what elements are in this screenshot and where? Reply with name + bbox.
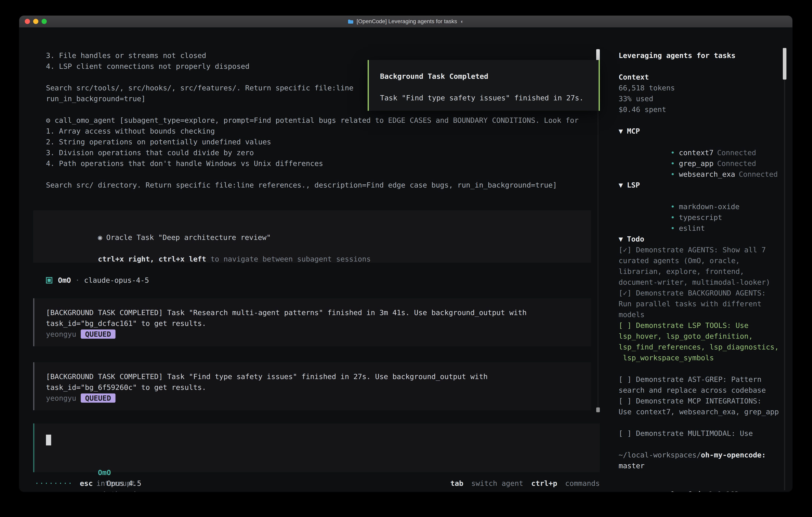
session-status-icon: ◐ — [461, 16, 464, 27]
message-text-line: task_id="bg_6f59260c" to get results. — [46, 382, 591, 393]
chevron-down-icon: ▼ — [618, 235, 623, 243]
terminal-window: [OpenCode] Leveraging agents for tasks ◐… — [19, 16, 792, 492]
todo-heading: Todo — [627, 235, 644, 243]
record-icon: ◉ — [98, 233, 102, 242]
mcp-name: context7 — [679, 148, 714, 157]
oracle-task-label: Oracle Task "Deep architecture review" — [106, 233, 271, 242]
bullet-icon: • — [670, 148, 675, 157]
todo-item: [ ] Demonstrate MCP INTEGRATIONS: Use co… — [618, 396, 783, 417]
todo-section: ▼Todo [✓] Demonstrate AGENTS: Show all 7… — [618, 234, 783, 439]
log-line — [46, 169, 600, 180]
agent-icon — [46, 277, 52, 283]
log-line: 3. File handles or streams not closed — [46, 50, 600, 61]
lsp-name: markdown-oxide — [679, 202, 740, 211]
commands-key-label: commands — [565, 479, 600, 487]
agent-model: claude-opus-4-5 — [84, 275, 149, 285]
bullet-icon: • — [670, 224, 675, 232]
mcp-section: ▼MCP •context7Connected •grep_appConnect… — [618, 126, 783, 169]
tool-call-line: ⚙ call_omo_agent [subagent_type=explore,… — [46, 115, 600, 126]
background-task-message: [BACKGROUND TASK COMPLETED] Task "Find t… — [33, 362, 591, 410]
message-author: yeongyu — [46, 329, 76, 339]
message-text-line: task_id="bg_dcfac161" to get results. — [46, 318, 591, 329]
chevron-down-icon: ▼ — [618, 181, 623, 189]
todo-item: [✓] Demonstrate AGENTS: Show all 7 curat… — [618, 244, 783, 288]
app-name: OpenCode — [670, 490, 705, 492]
toast-notification: Background Task Completed Task "Find typ… — [368, 60, 600, 111]
mcp-heading: MCP — [627, 127, 640, 135]
mcp-name: grep_app — [679, 159, 714, 167]
provider-label: Anthropic — [102, 490, 141, 492]
log-line: 3. Division operations that could divide… — [46, 147, 600, 158]
window-titlebar[interactable]: [OpenCode] Leveraging agents for tasks ◐ — [19, 16, 792, 28]
todo-item: [ ] Demonstrate MULTIMODAL: Use — [618, 428, 783, 439]
session-title: Leveraging agents for tasks — [618, 50, 783, 61]
bullet-icon: • — [670, 170, 675, 178]
folder-icon — [348, 19, 354, 24]
context-section: Context 66,518 tokens 33% used $0.46 spe… — [618, 72, 783, 115]
todo-section-header: ▼Todo — [618, 234, 783, 244]
context-heading: Context — [618, 72, 783, 82]
log-line: 1. Array access without bounds checking — [46, 126, 600, 136]
active-agent-label: OmO — [98, 468, 111, 477]
terminal-content: 3. File handles or streams not closed 4.… — [19, 27, 792, 492]
sidebar: Leveraging agents for tasks Context 66,5… — [618, 50, 783, 489]
mcp-item: •context7Connected — [618, 136, 783, 147]
todo-item: [✓] Demonstrate BACKGROUND AGENTS: Run p… — [618, 288, 783, 320]
chat-scrollbar-thumb-secondary[interactable] — [596, 407, 600, 412]
bullet-icon: • — [662, 490, 666, 492]
sidebar-scrollbar-track — [784, 48, 785, 490]
workspace-repo: oh-my-opencode: — [701, 451, 766, 459]
window-title-text: [OpenCode] Leveraging agents for tasks — [357, 16, 457, 27]
mcp-status: Connected — [717, 159, 756, 167]
lsp-name: typescript — [679, 213, 722, 221]
mcp-status: Connected — [717, 148, 756, 157]
chat-column: 3. File handles or streams not closed 4.… — [33, 50, 600, 489]
log-line: 2. String operations on potentially unde… — [46, 136, 600, 147]
bullet-icon: • — [670, 213, 675, 221]
background-task-message: [BACKGROUND TASK COMPLETED] Task "Resear… — [33, 298, 591, 346]
todo-item: [ ] Demonstrate LSP TOOLS: Use lsp_hover… — [618, 320, 783, 363]
bullet-icon: • — [670, 159, 675, 167]
lsp-name: eslint — [679, 224, 705, 232]
commands-hint-group: ctrl+p commands — [531, 478, 600, 489]
hint-keys: ctrl+x right, ctrl+x left — [98, 255, 206, 263]
commands-key-hint: ctrl+p — [531, 479, 557, 487]
tab-key-hint: tab — [451, 479, 463, 487]
context-tokens: 66,518 tokens — [618, 82, 783, 93]
status-bar-right: tab switch agent ctrl+p commands — [442, 478, 600, 489]
chevron-down-icon: ▼ — [618, 127, 623, 135]
oracle-task-title: ◉Oracle Task "Deep architecture review" — [46, 221, 591, 232]
prompt-input[interactable]: OmO Opus 4.5 Anthropic — [33, 424, 600, 472]
log-line: 4. Path operations that don't handle Win… — [46, 158, 600, 169]
toast-body: Task "Find type safety issues" finished … — [380, 92, 599, 103]
desktop: [OpenCode] Leveraging agents for tasks ◐… — [0, 0, 812, 517]
log-line: Search src/ directory. Return specific f… — [46, 180, 600, 190]
agent-session-header: OmO · claude-opus-4-5 — [46, 275, 600, 285]
sidebar-scrollbar-thumb[interactable] — [783, 48, 786, 80]
zoom-window-button[interactable] — [41, 19, 47, 24]
separator-dot: · — [75, 275, 80, 285]
context-used: 33% used — [618, 93, 783, 104]
message-text-line: [BACKGROUND TASK COMPLETED] Task "Find t… — [46, 371, 591, 382]
agent-name: OmO — [58, 275, 71, 285]
message-author: yeongyu — [46, 393, 76, 404]
context-spent: $0.46 spent — [618, 104, 783, 115]
queued-status-badge: QUEUED — [81, 393, 115, 403]
composer-meta: OmO Opus 4.5 Anthropic — [46, 456, 142, 467]
workspace-info: ~/local-workspaces/oh-my-opencode: maste… — [618, 450, 783, 471]
message-text-line: [BACKGROUND TASK COMPLETED] Task "Resear… — [46, 307, 591, 318]
app-version-footer: •OpenCode1.0.163 — [618, 478, 783, 489]
window-controls — [25, 19, 47, 24]
message-meta: yeongyu QUEUED — [46, 393, 591, 404]
oracle-task-panel: ◉Oracle Task "Deep architecture review" … — [33, 210, 591, 263]
message-meta: yeongyu QUEUED — [46, 329, 591, 339]
text-cursor — [46, 435, 51, 445]
close-window-button[interactable] — [25, 19, 30, 24]
lsp-item: •markdown-oxide — [618, 190, 783, 201]
minimize-window-button[interactable] — [33, 19, 38, 24]
workspace-path: ~/local-workspaces/oh-my-opencode: — [618, 450, 783, 460]
mcp-name: websearch_exa — [679, 170, 735, 178]
mcp-section-header: ▼MCP — [618, 126, 783, 136]
tab-hint-group: tab switch agent — [451, 478, 523, 489]
active-model-label: Opus 4.5 — [107, 479, 141, 487]
